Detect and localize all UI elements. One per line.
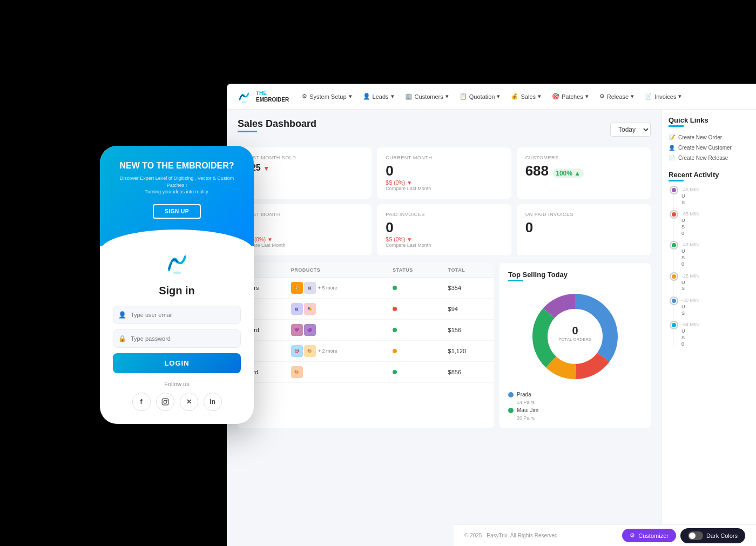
signin-title: Sign in xyxy=(113,285,241,297)
product-chip: 🖼 xyxy=(304,282,316,294)
stat-last-month: LAST MONTH SOLD 025 ▼ xyxy=(238,147,372,199)
email-field-wrapper: 👤 xyxy=(113,306,241,324)
svg-text:TOTAL ORDERS: TOTAL ORDERS xyxy=(558,337,591,342)
status-indicator xyxy=(393,328,397,332)
ql-create-customer[interactable]: 👤Create New Customer xyxy=(669,143,750,153)
social-icons: f ✕ in xyxy=(113,393,241,411)
chart-title: Top Selling Today xyxy=(508,271,642,279)
table-row: award 💜 🟣 $156 xyxy=(238,320,494,341)
chart-underline xyxy=(508,280,523,281)
quick-links-title: Quick Links xyxy=(669,116,750,124)
activity-item: -30 MIN US xyxy=(669,298,750,316)
nav-invoices[interactable]: 📄Invoices ▾ xyxy=(640,91,686,102)
phone-body: Sign in 👤 🔒 LOGIN Follow us f ✕ in xyxy=(100,246,254,424)
svg-rect-11 xyxy=(162,399,168,405)
email-input[interactable] xyxy=(113,306,241,324)
status-indicator xyxy=(393,370,397,374)
activity-item: -45 MIN US xyxy=(669,187,750,206)
recent-activity-title: Recent Activity xyxy=(669,171,750,179)
nav-customers[interactable]: 🏢Customers ▾ xyxy=(401,91,453,102)
col-total: TOTAL xyxy=(443,263,494,278)
ql-create-release[interactable]: 📄Create New Release xyxy=(669,153,750,163)
product-chip: 🖼 xyxy=(291,303,303,315)
stats-row-2: LAST MONTH 0 $S (0%) ▼ mpare Last Month … xyxy=(238,204,651,255)
product-chip: 🎨 xyxy=(304,345,316,357)
period-select[interactable]: Today xyxy=(610,123,651,137)
nav-patches[interactable]: 🎯Patches ▾ xyxy=(548,91,593,102)
svg-point-10 xyxy=(173,271,181,274)
stat-customers: CUSTOMERS 688 100% ▲ xyxy=(517,147,651,199)
product-chip: 💜 xyxy=(291,324,303,336)
logo: THE EMBROIDER xyxy=(235,88,289,105)
title-underline xyxy=(238,131,257,132)
chart-card: Top Selling Today xyxy=(500,263,651,428)
nav-leads[interactable]: 👤Leads ▾ xyxy=(359,91,399,102)
header-subtitle: Discover Expert Level of Digitizing , Ve… xyxy=(113,175,241,196)
table-row: ill 🎯 🎨 + 2 more $1,120 xyxy=(238,341,494,362)
nav-release[interactable]: ⚙Release ▾ xyxy=(595,91,638,102)
product-chip: 🎯 xyxy=(291,345,303,357)
twitter-x-icon[interactable]: ✕ xyxy=(180,393,198,411)
col-status: STATUS xyxy=(387,263,443,278)
nav-sales[interactable]: 💰Sales ▾ xyxy=(507,91,545,102)
legend-maui-jim: Maui Jim xyxy=(508,407,642,413)
orders-table: PRODUCTS STATUS TOTAL layers 🎨 xyxy=(238,263,494,383)
activity-item: -43 MIN US0 xyxy=(669,242,750,267)
legend-prada: Prada xyxy=(508,392,642,397)
dashboard-content: Sales Dashboard Today LAST MONTH SOLD 02… xyxy=(227,110,662,437)
activity-item: -65 MIN US0 xyxy=(669,211,750,237)
footer: © 2025 - EasyTrix. All Rights Reserved. … xyxy=(454,524,756,546)
navbar: THE EMBROIDER ⚙System Setup ▾ 👤Leads ▾ 🏢… xyxy=(227,84,756,110)
nav-quotation[interactable]: 📋Quotation ▾ xyxy=(455,91,505,102)
product-chip: 🎨 xyxy=(291,366,303,378)
main-area: PRODUCTS STATUS TOTAL layers 🎨 xyxy=(238,263,651,428)
header-title: NEW TO THE EMBROIDER? xyxy=(113,161,241,171)
table-row: layers 🎨 🖼 + 5 more $354 xyxy=(238,278,494,299)
svg-point-12 xyxy=(164,400,167,403)
customizer-button[interactable]: ⚙ Customizer xyxy=(622,529,676,542)
table-row: ans 🖼 🎭 $94 xyxy=(238,299,494,320)
product-chip: 🎨 xyxy=(291,282,303,294)
password-field-wrapper: 🔒 xyxy=(113,329,241,348)
activity-timeline: -45 MIN US -65 MIN US0 -43 MIN US0 xyxy=(669,187,750,347)
ra-underline xyxy=(669,180,684,181)
toggle-switch xyxy=(688,531,703,540)
stat-last-month-2: LAST MONTH 0 $S (0%) ▼ mpare Last Month xyxy=(238,204,372,255)
nav-system-setup[interactable]: ⚙System Setup ▾ xyxy=(298,91,356,102)
password-input[interactable] xyxy=(113,329,241,348)
svg-point-13 xyxy=(166,400,167,400)
signup-button[interactable]: SIGN UP xyxy=(153,204,201,219)
product-chip: 🎭 xyxy=(304,303,316,315)
login-card: NEW TO THE EMBROIDER? Discover Expert Le… xyxy=(100,146,254,424)
status-indicator xyxy=(393,307,397,311)
facebook-icon[interactable]: f xyxy=(132,393,151,411)
gear-icon: ⚙ xyxy=(630,532,635,539)
activity-item: -25 MIN US xyxy=(669,273,750,292)
dashboard-panel: THE EMBROIDER ⚙System Setup ▾ 👤Leads ▾ 🏢… xyxy=(227,84,756,546)
user-icon: 👤 xyxy=(118,311,126,319)
status-indicator xyxy=(393,349,397,353)
activity-item: -64 MIN US0 xyxy=(669,322,750,347)
follow-text: Follow us xyxy=(113,381,241,387)
stat-current-month: CURRENT MONTH 0 $S (0%) ▼ Compare Last M… xyxy=(377,147,511,199)
table-row: ngard 🎨 $856 xyxy=(238,362,494,383)
svg-point-1 xyxy=(242,101,246,103)
stat-unpaid-invoices: UN PAID INVOICES 0 xyxy=(517,204,651,255)
ql-create-order[interactable]: 📝Create New Order xyxy=(669,132,750,143)
linkedin-icon[interactable]: in xyxy=(204,393,222,411)
donut-chart: 0 TOTAL ORDERS xyxy=(508,288,642,385)
svg-point-7 xyxy=(548,309,602,363)
lock-icon: 🔒 xyxy=(118,335,126,342)
quick-links-panel: Quick Links 📝Create New Order 👤Create Ne… xyxy=(662,110,756,546)
page-title: Sales Dashboard xyxy=(238,118,316,130)
stat-paid-invoices: PAID INVOICES 0 $S (0%) ▼ Compare Last M… xyxy=(377,204,511,255)
copyright: © 2025 - EasyTrix. All Rights Reserved. xyxy=(464,532,559,538)
instagram-icon[interactable] xyxy=(156,393,174,411)
stats-row-1: LAST MONTH SOLD 025 ▼ CURRENT MONTH 0 $S… xyxy=(238,147,651,199)
product-chip: 🟣 xyxy=(304,324,316,336)
svg-text:0: 0 xyxy=(572,325,578,336)
orders-card: PRODUCTS STATUS TOTAL layers 🎨 xyxy=(238,263,494,428)
login-button[interactable]: LOGIN xyxy=(113,353,241,373)
ql-underline xyxy=(669,125,684,127)
dark-colors-button[interactable]: Dark Colors xyxy=(680,528,745,543)
